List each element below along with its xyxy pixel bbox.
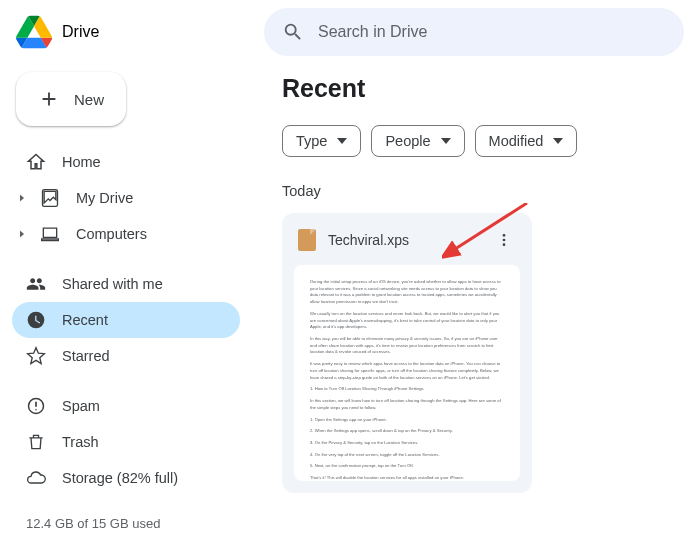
file-more-button[interactable] [492,228,516,252]
plus-icon [38,88,60,110]
filter-chip-modified[interactable]: Modified [475,125,578,157]
sidebar: New Home My Drive Computers Shared with … [0,64,252,537]
new-button[interactable]: New [16,72,126,126]
section-label: Today [282,183,670,199]
search-icon [282,21,304,43]
sidebar-item-label: Recent [62,312,108,328]
computers-icon [40,224,60,244]
page-title: Recent [282,74,670,103]
sidebar-item-starred[interactable]: Starred [12,338,240,374]
svg-point-4 [503,243,506,246]
file-type-icon [298,229,316,251]
sidebar-item-label: Storage (82% full) [62,470,178,486]
sidebar-item-label: Shared with me [62,276,163,292]
sidebar-item-label: My Drive [76,190,133,206]
chip-label: Type [296,133,327,149]
new-button-label: New [74,91,104,108]
storage-text: 12.4 GB of 15 GB used [26,516,226,531]
sidebar-item-label: Home [62,154,101,170]
trash-icon [26,432,46,452]
more-vert-icon [496,232,512,248]
sidebar-item-label: Computers [76,226,147,242]
sidebar-item-spam[interactable]: Spam [12,388,240,424]
sidebar-item-storage[interactable]: Storage (82% full) [12,460,240,496]
sidebar-item-my-drive[interactable]: My Drive [12,180,240,216]
logo-area[interactable]: Drive [16,14,246,50]
sidebar-item-label: Spam [62,398,100,414]
svg-point-2 [503,234,506,237]
sidebar-item-recent[interactable]: Recent [12,302,240,338]
spam-icon [26,396,46,416]
search-input[interactable] [318,23,666,41]
chevron-right-icon [16,228,28,240]
home-icon [26,152,46,172]
chevron-down-icon [337,136,347,146]
sidebar-item-label: Trash [62,434,99,450]
sidebar-item-computers[interactable]: Computers [12,216,240,252]
app-name: Drive [62,23,99,41]
shared-icon [26,274,46,294]
chevron-right-icon [16,192,28,204]
filter-chip-people[interactable]: People [371,125,464,157]
main-content: Recent Type People Modified Today Techvi… [252,64,700,537]
chip-label: Modified [489,133,544,149]
filter-chip-type[interactable]: Type [282,125,361,157]
file-card[interactable]: Techviral.xps During the initial setup p… [282,213,532,493]
sidebar-item-label: Starred [62,348,110,364]
sidebar-item-home[interactable]: Home [12,144,240,180]
file-preview: During the initial setup process of an i… [294,265,520,481]
cloud-icon [26,468,46,488]
sidebar-item-shared[interactable]: Shared with me [12,266,240,302]
search-bar[interactable] [264,8,684,56]
drive-logo-icon [16,14,52,50]
chip-label: People [385,133,430,149]
star-icon [26,346,46,366]
chevron-down-icon [441,136,451,146]
my-drive-icon [40,188,60,208]
file-name: Techviral.xps [328,232,480,248]
recent-icon [26,310,46,330]
sidebar-item-trash[interactable]: Trash [12,424,240,460]
chevron-down-icon [553,136,563,146]
svg-point-3 [503,239,506,242]
